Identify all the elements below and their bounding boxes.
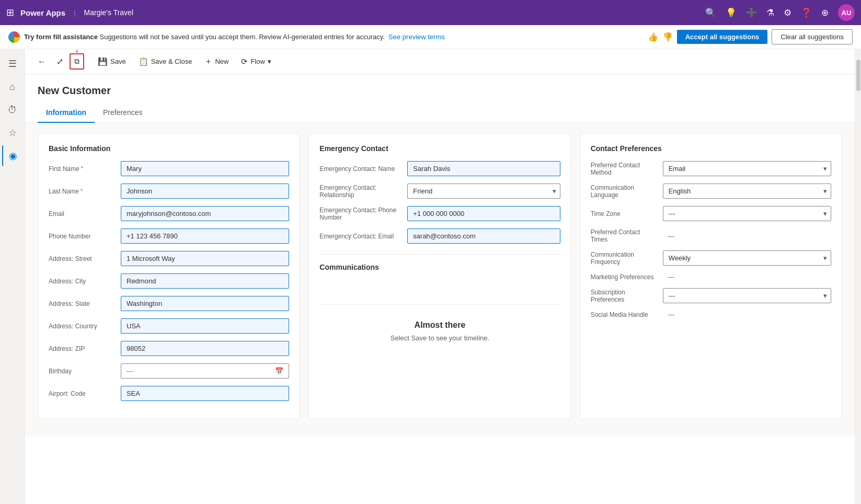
calendar-icon[interactable]: 📅 [275, 367, 283, 375]
pref-contact-method-wrapper: Email Phone SMS ▾ [663, 161, 831, 176]
state-input[interactable] [121, 296, 289, 311]
banner-text: Try form fill assistance Suggestions wil… [24, 33, 644, 41]
accept-all-btn[interactable]: Accept all suggestions [677, 30, 768, 44]
help-icon[interactable]: ❓ [801, 7, 812, 18]
contact-prefs-title: Contact Preferences [591, 144, 831, 153]
first-name-input[interactable] [121, 161, 289, 176]
sidebar-item-apps[interactable]: ◉ [2, 145, 23, 166]
city-row: Address: City [49, 273, 289, 289]
almost-there-title: Almost there [328, 320, 552, 330]
lightbulb-icon[interactable]: 💡 [726, 7, 737, 18]
timezone-wrapper: --- PST EST ▾ [663, 206, 831, 221]
social-media-row: Social Media Handle --- [591, 311, 831, 318]
emergency-contact-section: Emergency Contact Emergency Contact: Nam… [308, 133, 571, 419]
save-button[interactable]: 💾 Save [93, 54, 131, 70]
comm-language-row: Communication Language English Spanish F… [591, 184, 831, 199]
zip-row: Address: ZIP [49, 341, 289, 356]
form-fill-banner: Try form fill assistance Suggestions wil… [0, 25, 861, 49]
expand-button[interactable]: ⤢ [52, 53, 67, 70]
airport-input[interactable] [121, 386, 289, 401]
state-label: Address: State [49, 300, 117, 307]
sidebar-item-favorites[interactable]: ☆ [2, 122, 23, 143]
banner-desc: Suggestions will not be saved until you … [100, 33, 385, 41]
scrollbar-thumb[interactable] [856, 60, 860, 91]
tabs: Information Preferences [25, 103, 855, 123]
sidebar-item-menu[interactable]: ☰ [2, 53, 23, 74]
comm-language-select[interactable]: English Spanish French [663, 184, 831, 199]
new-icon: ＋ [204, 56, 212, 66]
city-input[interactable] [121, 273, 289, 289]
pref-contact-method-row: Preferred Contact Method Email Phone SMS… [591, 161, 831, 176]
timezone-row: Time Zone --- PST EST ▾ [591, 206, 831, 221]
zip-input[interactable] [121, 341, 289, 356]
ec-phone-label: Emergency Contact: Phone Number [319, 207, 403, 221]
app-name: Power Apps [20, 8, 65, 17]
ec-relationship-select[interactable]: Friend Family Spouse [407, 184, 560, 199]
social-media-label: Social Media Handle [591, 311, 659, 318]
marketing-prefs-value: --- [663, 273, 675, 281]
form-columns: Basic Information First Name * Last Name… [38, 133, 842, 419]
pref-contact-method-label: Preferred Contact Method [591, 162, 659, 176]
last-name-row: Last Name * [49, 184, 289, 199]
country-input[interactable] [121, 318, 289, 334]
add-icon[interactable]: ➕ [746, 7, 757, 18]
avatar[interactable]: AU [838, 4, 855, 21]
last-name-input[interactable] [121, 184, 289, 199]
tab-information[interactable]: Information [38, 103, 95, 123]
pref-times-row: Preferred Contact Times --- [591, 228, 831, 243]
first-name-row: First Name * [49, 161, 289, 176]
social-media-value: --- [663, 311, 675, 318]
clear-all-btn[interactable]: Clear all suggestions [772, 29, 853, 44]
sidebar-item-home[interactable]: ⌂ [2, 76, 23, 97]
back-button[interactable]: ← [33, 54, 50, 70]
comm-freq-label: Communication Frequency [591, 251, 659, 266]
preview-terms-link[interactable]: See preview terms [388, 33, 445, 41]
ec-phone-input[interactable] [407, 206, 560, 221]
page-title: New Customer [38, 85, 842, 97]
settings-icon[interactable]: ⚙ [784, 7, 791, 18]
filter-icon[interactable]: ⚗ [766, 7, 774, 18]
save-close-button[interactable]: 📋 Save & Close [133, 54, 198, 70]
flow-button[interactable]: ⟳ Flow ▾ [236, 54, 276, 70]
pref-contact-method-select[interactable]: Email Phone SMS [663, 161, 831, 176]
top-nav: ⊞ Power Apps | Margie's Travel 🔍 💡 ➕ ⚗ ⚙… [0, 0, 861, 25]
thumbs-down-btn[interactable]: 👎 [662, 32, 673, 42]
red-arrow-indicator: ↓ [74, 49, 79, 55]
subscription-prefs-select[interactable]: --- Newsletter Promotions [663, 288, 831, 303]
thumbs-up-btn[interactable]: 👍 [648, 32, 658, 42]
flow-icon: ⟳ [241, 57, 248, 66]
form-area: Basic Information First Name * Last Name… [25, 123, 855, 437]
basic-info-section: Basic Information First Name * Last Name… [38, 133, 300, 419]
marketing-prefs-label: Marketing Preferences [591, 273, 659, 281]
basic-info-title: Basic Information [49, 144, 289, 153]
comm-language-label: Communication Language [591, 184, 659, 199]
comms-title: Communications [319, 254, 560, 296]
email-input[interactable] [121, 206, 289, 221]
ec-email-row: Emergency Contact: Email [319, 228, 560, 244]
arrow-indicator: ↓ ⧉ [70, 53, 84, 70]
zip-label: Address: ZIP [49, 345, 117, 352]
almost-there-desc: Select Save to see your timeline. [328, 334, 552, 342]
sidebar-item-recent[interactable]: ⏱ [2, 99, 23, 120]
new-button[interactable]: ＋ New [199, 53, 234, 70]
tab-preferences[interactable]: Preferences [95, 103, 151, 123]
page-title-area: New Customer [25, 74, 855, 103]
required-star-2: * [81, 188, 83, 194]
timezone-select[interactable]: --- PST EST [663, 206, 831, 221]
paste-form-button[interactable]: ⧉ [70, 53, 84, 70]
comm-freq-select[interactable]: Weekly Daily Monthly [663, 250, 831, 266]
search-icon[interactable]: 🔍 [705, 7, 716, 18]
birthday-value: --- [127, 367, 133, 375]
phone-input[interactable] [121, 228, 289, 244]
portal-icon[interactable]: ⊕ [821, 7, 829, 18]
country-row: Address: Country [49, 318, 289, 334]
ec-name-input[interactable] [407, 161, 560, 176]
airport-label: Airport: Code [49, 390, 117, 397]
subscription-prefs-row: Subscription Preferences --- Newsletter … [591, 288, 831, 303]
ec-email-input[interactable] [407, 228, 560, 244]
ec-relationship-row: Emergency Contact: Relationship Friend F… [319, 184, 560, 199]
save-icon: 💾 [98, 57, 108, 66]
street-input[interactable] [121, 251, 289, 266]
last-name-label: Last Name * [49, 188, 117, 195]
grid-icon[interactable]: ⊞ [6, 7, 14, 18]
